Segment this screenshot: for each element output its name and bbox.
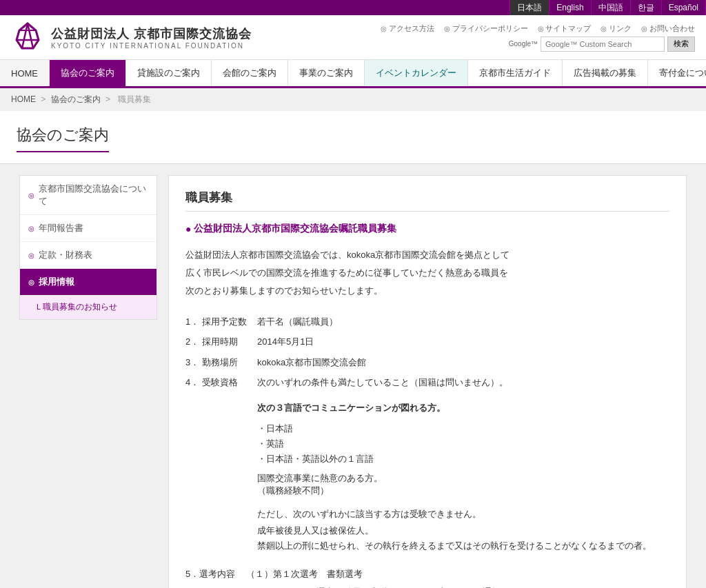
qualification-bold: 次の３言語でコミュニケーションが図れる方。	[257, 402, 669, 414]
logo-area: 公益財団法人 京都市国際交流協会 KYOTO CITY INTERNATIONA…	[11, 21, 252, 54]
detail-value-3: kokoka京都市国際交流会館	[257, 354, 669, 370]
search-button[interactable]: 検索	[667, 37, 695, 52]
org-name-en: KYOTO CITY INTERNATIONAL FOUNDATION	[51, 42, 252, 50]
link-links[interactable]: リンク	[601, 23, 632, 34]
intro-line3: 次のとおり募集しますのでお知らせいたします。	[185, 285, 383, 296]
breadcrumb: HOME > 協会のご案内 > 職員募集	[0, 88, 706, 111]
detail-label-2: 採用時期	[202, 334, 257, 349]
sidebar-item-docs[interactable]: ◎ 定款・財務表	[20, 242, 157, 269]
selection-row: 5．選考内容 （１）第１次選考 書類選考	[185, 566, 669, 582]
sidebar: ◎ 京都市国際交流協会について ◎ 年間報告書 ◎ 定款・財務表 ◎ 採用情報 …	[19, 175, 157, 588]
sidebar-label-about: 京都市国際交流協会について	[39, 183, 148, 207]
link-contact[interactable]: お問い合わせ	[641, 23, 695, 34]
detail-num-2: 2．	[185, 334, 202, 349]
header: 公益財団法人 京都市国際交流協会 KYOTO CITY INTERNATIONA…	[0, 15, 706, 60]
qual-item-3: 日本語・英語以外の１言語	[257, 452, 669, 467]
extra-item-2: （職務経験不問）	[257, 485, 669, 497]
intro-line1: 公益財団法人京都市国際交流協会では、kokoka京都市国際交流会館を拠点として	[185, 250, 510, 260]
language-bar: 日本語 English 中国語 한글 Español	[0, 0, 706, 15]
selection-num: 5．選考内容	[185, 566, 235, 582]
page-title: 協会のご案内	[17, 125, 109, 152]
sidebar-item-about[interactable]: ◎ 京都市国際交流協会について	[20, 176, 157, 215]
logo-text: 公益財団法人 京都市国際交流協会 KYOTO CITY INTERNATIONA…	[51, 26, 252, 50]
main-container: ◎ 京都市国際交流協会について ◎ 年間報告書 ◎ 定款・財務表 ◎ 採用情報 …	[8, 175, 698, 588]
link-privacy[interactable]: プライバシーポリシー	[444, 23, 528, 34]
link-access[interactable]: アクセス方法	[381, 23, 434, 34]
sidebar-label-recruitment: 採用情報	[39, 276, 74, 288]
nav-events[interactable]: イベントカレンダー	[365, 60, 468, 86]
disq-item-2: 禁錮以上の刑に処せられ、その執行を終えるまで又はその執行を受けることがなくなるま…	[257, 540, 669, 552]
detail-value-2: 2014年5月1日	[257, 334, 669, 349]
detail-row-4: 4． 受験資格 次のいずれの条件も満たしていること（国籍は問いません）。	[185, 374, 669, 390]
detail-num-3: 3．	[185, 354, 202, 370]
sidebar-item-report[interactable]: ◎ 年間報告書	[20, 215, 157, 242]
logo-icon	[11, 21, 44, 54]
nav-home[interactable]: HOME	[0, 60, 50, 86]
qual-item-1: 日本語	[257, 421, 669, 436]
bullet-icon-active: ◎	[28, 278, 34, 286]
intro-line2: 広く市民レベルでの国際交流を推進するために従事していただく熱意ある職員を	[185, 267, 508, 278]
section-title: 公益財団法人京都市国際交流協会嘱託職員募集	[185, 223, 669, 235]
breadcrumb-current: 職員募集	[118, 94, 151, 104]
nav-guide[interactable]: 京都市生活ガイド	[468, 60, 563, 86]
search-bar: Google™ 検索	[509, 37, 695, 52]
lang-chinese[interactable]: 中国語	[592, 0, 631, 15]
sidebar-section: ◎ 京都市国際交流協会について ◎ 年間報告書 ◎ 定款・財務表 ◎ 採用情報 …	[19, 175, 157, 320]
google-label: Google™	[509, 40, 538, 48]
qual-item-2: 英語	[257, 436, 669, 452]
link-sitemap[interactable]: サイトマップ	[538, 23, 592, 34]
navigation: HOME 協会のご案内 貸施設のご案内 会館のご案内 事業のご案内 イベントカレ…	[0, 60, 706, 88]
detail-row-2: 2． 採用時期 2014年5月1日	[185, 334, 669, 349]
extra-item-1: 国際交流事業に熱意のある方。	[257, 472, 669, 485]
disqualification-block: ただし、次のいずれかに該当する方は受験できません。 成年被後見人又は被保佐人。 …	[185, 508, 669, 552]
detail-num-4: 4．	[185, 374, 202, 390]
header-links: アクセス方法 プライバシーポリシー サイトマップ リンク お問い合わせ	[381, 23, 695, 34]
page-title-bar: 協会のご案内	[0, 111, 706, 164]
sidebar-label-docs: 定款・財務表	[39, 249, 92, 261]
detail-label-3: 勤務場所	[202, 354, 257, 370]
detail-label-4: 受験資格	[202, 374, 257, 390]
detail-row-3: 3． 勤務場所 kokoka京都市国際交流会館	[185, 354, 669, 370]
qualification-block: 次の３言語でコミュニケーションが図れる方。 日本語 英語 日本語・英語以外の１言…	[185, 402, 669, 497]
bullet-icon: ◎	[28, 252, 34, 259]
search-input[interactable]	[541, 37, 665, 52]
breadcrumb-home[interactable]: HOME	[11, 94, 36, 104]
nav-donation[interactable]: 寄付金について	[648, 60, 706, 86]
selection-detail: （１）第１次選考 書類選考	[235, 566, 669, 582]
lang-english[interactable]: English	[549, 0, 591, 15]
section-title-text: 公益財団法人京都市国際交流協会嘱託職員募集	[194, 223, 396, 235]
lang-spanish[interactable]: Español	[662, 0, 706, 15]
intro-text: 公益財団法人京都市国際交流協会では、kokoka京都市国際交流会館を拠点として …	[185, 246, 669, 300]
content-title: 職員募集	[185, 190, 669, 212]
detail-value-4: 次のいずれの条件も満たしていること（国籍は問いません）。	[257, 374, 669, 390]
sidebar-label-report: 年間報告書	[39, 222, 83, 234]
disq-intro: ただし、次のいずれかに該当する方は受験できません。	[257, 508, 669, 520]
header-right: アクセス方法 プライバシーポリシー サイトマップ リンク お問い合わせ Goog…	[381, 23, 695, 52]
nav-facilities[interactable]: 貸施設のご案内	[126, 60, 212, 86]
detail-value-1: 若干名（嘱託職員）	[257, 314, 669, 330]
detail-label-1: 採用予定数	[202, 314, 257, 330]
nav-advertising[interactable]: 広告掲載の募集	[563, 60, 648, 86]
nav-hall[interactable]: 会館のご案内	[212, 60, 288, 86]
selection-block: 5．選考内容 （１）第１次選考 書類選考 選考の結果は郵送で3月１日（土）までに…	[185, 566, 669, 588]
qualification-list: 日本語 英語 日本語・英語以外の１言語	[257, 418, 669, 469]
detail-num-1: 1．	[185, 314, 202, 330]
details-list: 1． 採用予定数 若干名（嘱託職員） 2． 採用時期 2014年5月1日 3． …	[185, 314, 669, 391]
nav-projects[interactable]: 事業のご案内	[288, 60, 365, 86]
bullet-icon: ◎	[28, 225, 34, 232]
nav-about[interactable]: 協会のご案内	[50, 60, 126, 86]
breadcrumb-about[interactable]: 協会のご案内	[51, 94, 101, 104]
sidebar-item-recruitment[interactable]: ◎ 採用情報	[20, 269, 157, 296]
lang-korean[interactable]: 한글	[631, 0, 662, 15]
breadcrumb-sep2: >	[105, 94, 112, 104]
sidebar-sub-item-notice[interactable]: 職員募集のお知らせ	[20, 296, 157, 319]
detail-row-1: 1． 採用予定数 若干名（嘱託職員）	[185, 314, 669, 330]
lang-japanese[interactable]: 日本語	[510, 0, 549, 15]
content-area: 職員募集 公益財団法人京都市国際交流協会嘱託職員募集 公益財団法人京都市国際交流…	[168, 175, 687, 588]
sidebar-sub-label: 職員募集のお知らせ	[43, 302, 117, 312]
bullet-icon: ◎	[28, 192, 34, 199]
org-name-ja: 公益財団法人 京都市国際交流協会	[51, 26, 252, 42]
breadcrumb-sep1: >	[41, 94, 48, 104]
disq-item-1: 成年被後見人又は被保佐人。	[257, 525, 669, 537]
